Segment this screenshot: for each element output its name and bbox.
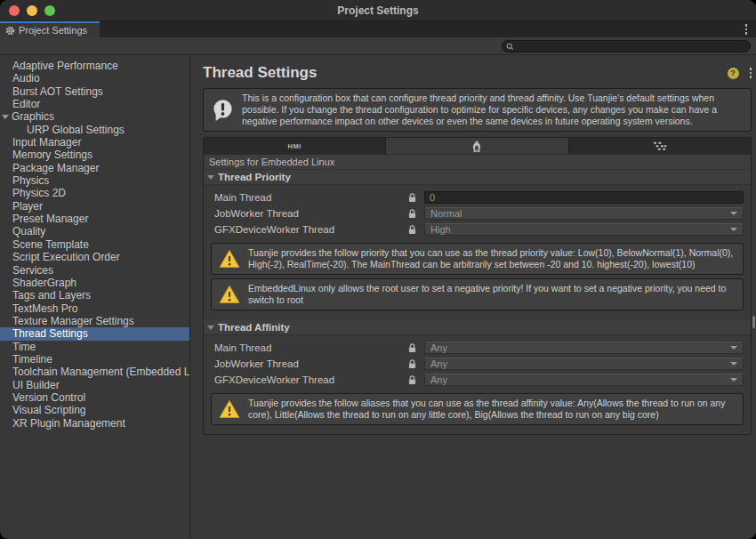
section-thread-affinity[interactable]: Thread Affinity	[204, 320, 751, 335]
sidebar-item-label: Version Control	[12, 391, 85, 404]
row-label: GFXDeviceWorker Thread	[214, 374, 408, 385]
project-settings-window: Project Settings Project Settings	[0, 0, 756, 539]
sidebar-item-input-manager[interactable]: Input Manager	[0, 136, 189, 149]
foldout-triangle-icon[interactable]	[2, 115, 9, 119]
row-label: GFXDeviceWorker Thread	[214, 224, 408, 235]
search-input[interactable]	[517, 41, 750, 52]
linux-penguin-icon	[471, 141, 482, 152]
sidebar-item-player[interactable]: Player	[0, 200, 189, 213]
warning-box: Tuanjie provides the follow aliases that…	[211, 393, 744, 425]
sidebar-item-label: Timeline	[12, 353, 52, 366]
sidebar-item-label: Script Execution Order	[12, 251, 120, 263]
warning-text: Tuanjie provides the follow priority tha…	[248, 247, 736, 270]
sidebar-item-textmesh-pro[interactable]: TextMesh Pro	[0, 302, 189, 315]
info-bubble-icon	[211, 98, 235, 122]
sidebar-item-urp-global-settings[interactable]: URP Global Settings	[0, 124, 189, 136]
sidebar-item-label: ShaderGraph	[12, 277, 76, 289]
sidebar-item-texture-manager-settings[interactable]: Texture Manager Settings	[0, 315, 189, 327]
sidebar-item-editor[interactable]: Editor	[0, 98, 189, 110]
platform-tabs: HMI	[204, 138, 751, 155]
sidebar-item-tags-and-layers[interactable]: Tags and Layers	[0, 289, 189, 302]
jobworker-affinity-dropdown[interactable]: Any	[424, 358, 744, 370]
help-icon[interactable]: ?	[728, 68, 739, 79]
sidebar-item-time[interactable]: Time	[0, 341, 189, 353]
qnx-dots-icon	[653, 141, 667, 151]
toolbar	[0, 37, 756, 55]
chevron-down-icon	[730, 228, 737, 231]
sidebar-item-adaptive-performance[interactable]: Adaptive Performance	[0, 60, 189, 72]
main-thread-affinity-dropdown[interactable]: Any	[424, 342, 744, 354]
warning-text: EmbeddedLinux only allows the root user …	[248, 283, 736, 306]
lock-icon[interactable]	[408, 193, 424, 203]
sidebar-item-label: Graphics	[12, 110, 54, 123]
sidebar-item-physics[interactable]: Physics	[0, 174, 189, 187]
sidebar-item-label: Preset Manager	[12, 213, 88, 225]
window-menu-icon[interactable]	[745, 24, 748, 35]
sidebar-item-label: Toolchain Management (Embedded Linu	[12, 366, 190, 378]
sidebar-item-audio[interactable]: Audio	[0, 72, 189, 84]
sidebar-item-preset-manager[interactable]: Preset Manager	[0, 213, 189, 225]
sidebar-item-burst-aot-settings[interactable]: Burst AOT Settings	[0, 85, 189, 98]
main-thread-priority-input[interactable]	[424, 191, 744, 204]
sidebar-item-label: Tags and Layers	[12, 289, 91, 302]
row-label: Main Thread	[214, 192, 408, 203]
lock-icon[interactable]	[408, 359, 424, 369]
chevron-down-icon	[730, 362, 737, 366]
row-label: JobWorker Thread	[214, 358, 408, 369]
sidebar-item-package-manager[interactable]: Package Manager	[0, 162, 189, 174]
sidebar-item-shadergraph[interactable]: ShaderGraph	[0, 277, 189, 289]
scrollbar-thumb[interactable]	[752, 316, 755, 328]
sidebar-item-quality[interactable]: Quality	[0, 225, 189, 237]
sidebar-item-label: XR Plugin Management	[12, 417, 125, 430]
settings-sidebar: Adaptive PerformanceAudioBurst AOT Setti…	[0, 55, 190, 539]
sidebar-item-label: Quality	[12, 225, 45, 237]
warning-icon	[219, 285, 240, 304]
tab-embedded-linux[interactable]	[386, 138, 568, 154]
warning-icon	[219, 399, 240, 419]
main-thread-priority-row: Main Thread	[214, 189, 744, 205]
sidebar-item-services[interactable]: Services	[0, 264, 189, 277]
lock-icon[interactable]	[408, 209, 424, 219]
section-thread-priority[interactable]: Thread Priority	[204, 170, 751, 185]
sidebar-item-physics-2d[interactable]: Physics 2D	[0, 187, 189, 199]
main-header: Thread Settings ?	[203, 62, 752, 84]
sidebar-item-label: Memory Settings	[12, 149, 92, 161]
tab-qnx[interactable]	[569, 138, 751, 154]
sidebar-item-scene-template[interactable]: Scene Template	[0, 238, 189, 251]
lock-icon[interactable]	[408, 225, 424, 235]
sidebar-item-thread-settings[interactable]: Thread Settings	[0, 327, 189, 340]
sidebar-item-visual-scripting[interactable]: Visual Scripting	[0, 404, 189, 416]
warning-box: EmbeddedLinux only allows the root user …	[211, 278, 744, 310]
sidebar-item-label: Visual Scripting	[12, 404, 86, 416]
sidebar-item-graphics[interactable]: Graphics	[0, 110, 189, 123]
lock-icon[interactable]	[408, 375, 424, 385]
sidebar-item-toolchain-management-embedded-linu[interactable]: Toolchain Management (Embedded Linu	[0, 366, 189, 378]
jobworker-priority-dropdown[interactable]: Normal	[424, 207, 744, 220]
gfxdeviceworker-priority-dropdown[interactable]: High	[424, 223, 744, 236]
sidebar-item-ui-builder[interactable]: UI Builder	[0, 379, 189, 391]
info-box: This is a configuration box that can con…	[203, 88, 752, 132]
search-field[interactable]	[502, 40, 751, 52]
sidebar-item-label: Input Manager	[12, 136, 81, 149]
sidebar-item-memory-settings[interactable]: Memory Settings	[0, 149, 189, 161]
sidebar-item-script-execution-order[interactable]: Script Execution Order	[0, 251, 189, 263]
sidebar-item-label: Audio	[12, 72, 40, 84]
search-icon	[506, 43, 514, 51]
gfxdeviceworker-affinity-dropdown[interactable]: Any	[424, 374, 744, 386]
sidebar-item-label: Physics	[12, 174, 49, 187]
row-label: JobWorker Thread	[214, 208, 408, 219]
sidebar-item-version-control[interactable]: Version Control	[0, 391, 189, 404]
warning-text: Tuanjie provides the follow aliases that…	[248, 398, 736, 421]
sidebar-item-xr-plugin-management[interactable]: XR Plugin Management	[0, 417, 189, 430]
foldout-triangle-icon	[207, 175, 214, 180]
titlebar: Project Settings	[0, 0, 756, 21]
gfxdeviceworker-affinity-row: GFXDeviceWorker Thread Any	[214, 372, 744, 388]
tab-hmi[interactable]: HMI	[204, 138, 386, 154]
sidebar-item-timeline[interactable]: Timeline	[0, 353, 189, 366]
lock-icon[interactable]	[408, 343, 424, 353]
tab-project-settings[interactable]: Project Settings	[0, 21, 100, 37]
panel-menu-icon[interactable]	[750, 68, 752, 78]
warning-icon	[219, 249, 240, 269]
settings-for-label: Settings for Embedded Linux	[204, 155, 751, 170]
gear-icon	[5, 26, 15, 36]
